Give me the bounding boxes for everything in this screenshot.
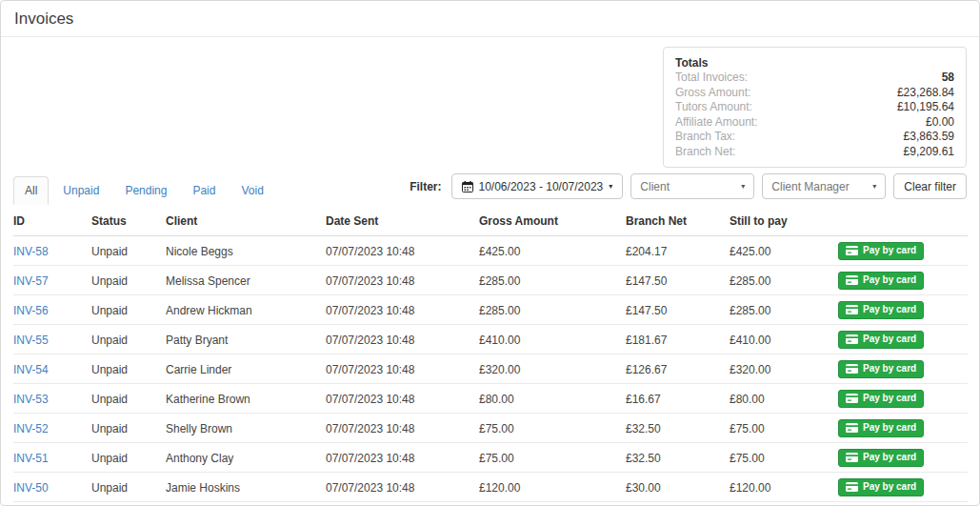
credit-card-icon	[846, 275, 858, 285]
date-sent-cell: 07/07/2023 10:48	[326, 236, 479, 266]
invoices-table: IDStatusClientDate SentGross AmountBranc…	[13, 209, 968, 506]
date-sent-cell: 07/07/2023 10:48	[326, 443, 479, 473]
page-title: Invoices	[1, 1, 979, 37]
invoice-id-link[interactable]: INV-56	[13, 304, 49, 317]
branch-net-cell: £436.63	[626, 502, 730, 506]
client-cell: Jamie Hoskins	[166, 473, 326, 502]
credit-card-icon	[846, 482, 858, 492]
gross-amount-cell: £285.00	[479, 295, 626, 325]
totals-row-label: Affiliate Amount:	[675, 115, 758, 131]
pay-by-card-button[interactable]: Pay by card	[838, 242, 924, 260]
clear-filter-button[interactable]: Clear filter	[893, 173, 967, 199]
client-cell: Andrew Hickman	[166, 295, 326, 325]
still-to-pay-cell: £285.00	[730, 295, 838, 325]
credit-card-icon	[846, 246, 858, 255]
invoice-id-link[interactable]: INV-57	[13, 274, 49, 288]
totals-row: Affiliate Amount: £0.00	[675, 115, 954, 131]
totals-row-label: Tutors Amount:	[675, 100, 752, 115]
pay-by-card-button[interactable]: Pay by card	[838, 478, 924, 496]
table-row: INV-57 Unpaid Melissa Spencer 07/07/2023…	[13, 266, 968, 295]
pay-by-card-button[interactable]: Pay by card	[838, 419, 924, 437]
gross-amount-cell: £80.00	[479, 384, 626, 414]
branch-net-cell: £16.67	[626, 384, 730, 414]
client-cell: Carrie Linder	[166, 354, 326, 384]
column-header-date-sent: Date Sent	[326, 209, 479, 236]
totals-rows: Total Invoices: 58 Gross Amount: £23,268…	[675, 71, 954, 159]
still-to-pay-cell: £75.00	[730, 414, 838, 443]
credit-card-icon	[846, 334, 858, 344]
date-sent-cell: 07/07/2023 10:48	[326, 473, 479, 502]
date-sent-cell: 07/07/2023 10:48	[326, 325, 479, 354]
table-row: INV-49 Paid Nicole Beggs 23/05/2023 10:4…	[13, 502, 968, 506]
branch-net-cell: £147.50	[626, 266, 730, 295]
column-header-client: Client	[166, 209, 326, 236]
still-to-pay-cell: £80.00	[730, 384, 838, 414]
gross-amount-cell: £75.00	[479, 443, 626, 473]
table-row: INV-54 Unpaid Carrie Linder 07/07/2023 1…	[13, 354, 968, 384]
tab-all[interactable]: All	[13, 176, 49, 205]
client-cell: Shelly Brown	[166, 414, 326, 443]
invoice-id-link[interactable]: INV-54	[13, 363, 49, 376]
pay-by-card-button[interactable]: Pay by card	[838, 390, 924, 408]
status-cell: Unpaid	[91, 266, 166, 295]
column-header-gross-amount: Gross Amount	[479, 209, 626, 236]
pay-by-card-button[interactable]: Pay by card	[838, 272, 924, 290]
branch-net-cell: £147.50	[626, 295, 730, 325]
still-to-pay-cell: £410.00	[730, 325, 838, 354]
table-row: INV-51 Unpaid Anthony Clay 07/07/2023 10…	[13, 443, 968, 473]
date-range-picker[interactable]: 10/06/2023 - 10/07/2023 ▾	[451, 173, 624, 199]
totals-row-value: £3,863.59	[904, 130, 954, 145]
client-cell: Anthony Clay	[166, 443, 326, 473]
invoice-id-link[interactable]: INV-52	[13, 422, 49, 435]
calendar-icon	[462, 181, 473, 192]
status-cell: Unpaid	[91, 414, 166, 443]
gross-amount-cell: £919.95	[479, 502, 626, 506]
totals-row: Tutors Amount: £10,195.64	[675, 100, 954, 115]
still-to-pay-cell: £75.00	[730, 443, 838, 473]
branch-net-cell: £204.17	[626, 236, 730, 266]
pay-by-card-label: Pay by card	[863, 393, 916, 404]
totals-row-value: £9,209.61	[904, 145, 954, 160]
credit-card-icon	[846, 453, 858, 462]
credit-card-icon	[846, 423, 858, 433]
pay-by-card-label: Pay by card	[863, 274, 916, 286]
status-cell: Unpaid	[91, 236, 166, 266]
gross-amount-cell: £410.00	[479, 325, 626, 354]
invoice-id-link[interactable]: INV-55	[13, 334, 49, 347]
date-sent-cell: 07/07/2023 10:48	[326, 266, 479, 295]
client-select-value: Client	[640, 180, 670, 193]
pay-by-card-button[interactable]: Pay by card	[838, 360, 924, 378]
tab-unpaid[interactable]: Unpaid	[51, 176, 110, 205]
still-to-pay-cell: £120.00	[730, 473, 838, 502]
invoice-id-link[interactable]: INV-51	[13, 452, 49, 465]
filter-label: Filter:	[410, 180, 441, 193]
pay-by-card-label: Pay by card	[863, 334, 916, 345]
date-range-value: 10/06/2023 - 10/07/2023	[479, 180, 604, 193]
pay-by-card-button[interactable]: Pay by card	[838, 301, 924, 319]
chevron-down-icon: ▾	[741, 183, 745, 191]
tab-void[interactable]: Void	[230, 176, 274, 205]
invoice-id-link[interactable]: INV-50	[13, 481, 49, 495]
credit-card-icon	[846, 394, 858, 403]
date-sent-cell: 07/07/2023 10:48	[326, 384, 479, 414]
client-cell: Katherine Brown	[166, 384, 326, 414]
column-header-status: Status	[91, 209, 166, 236]
date-sent-cell: 07/07/2023 10:48	[326, 295, 479, 325]
pay-by-card-label: Pay by card	[863, 452, 916, 463]
table-row: INV-53 Unpaid Katherine Brown 07/07/2023…	[13, 384, 968, 414]
invoice-id-link[interactable]: INV-53	[13, 393, 49, 406]
tab-paid[interactable]: Paid	[181, 176, 227, 205]
pay-by-card-button[interactable]: Pay by card	[838, 331, 924, 349]
client-cell: Nicole Beggs	[166, 236, 326, 266]
pay-by-card-button[interactable]: Pay by card	[838, 449, 924, 467]
caret-down-icon: ▾	[609, 183, 612, 191]
branch-net-cell: £32.50	[626, 414, 730, 443]
tab-pending[interactable]: Pending	[113, 176, 178, 205]
status-cell: Unpaid	[91, 295, 166, 325]
client-select[interactable]: Client ▾	[630, 173, 754, 199]
invoice-id-link[interactable]: INV-58	[13, 245, 49, 258]
totals-row-label: Branch Tax:	[675, 130, 735, 145]
client-manager-select[interactable]: Client Manager ▾	[762, 173, 886, 199]
date-sent-cell: 23/05/2023 10:47	[326, 502, 479, 506]
table-header-row: IDStatusClientDate SentGross AmountBranc…	[13, 209, 968, 236]
